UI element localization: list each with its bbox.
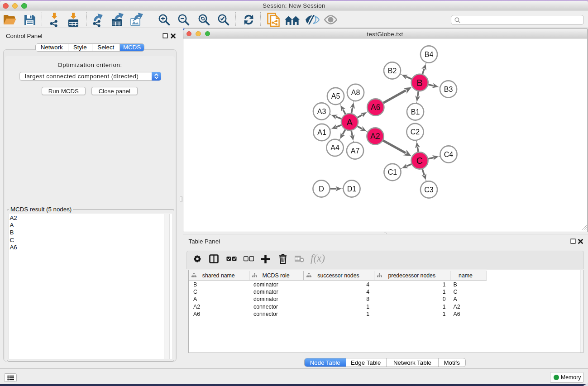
svg-text:C: C <box>416 156 422 166</box>
svg-text:A8: A8 <box>351 89 360 96</box>
svg-text:A: A <box>346 117 353 127</box>
svg-text:C4: C4 <box>444 151 453 158</box>
svg-text:A1: A1 <box>317 129 326 136</box>
svg-text:B1: B1 <box>411 108 420 116</box>
svg-text:D1: D1 <box>347 185 356 193</box>
svg-text:B4: B4 <box>424 51 433 58</box>
svg-text:A4: A4 <box>330 144 339 152</box>
svg-text:A6: A6 <box>371 103 380 112</box>
svg-text:A5: A5 <box>331 92 340 100</box>
svg-text:A2: A2 <box>370 132 380 141</box>
svg-text:C2: C2 <box>410 128 420 136</box>
svg-text:B: B <box>416 78 422 88</box>
svg-text:B2: B2 <box>387 67 397 75</box>
svg-text:B3: B3 <box>444 86 453 93</box>
svg-text:A3: A3 <box>317 108 326 115</box>
svg-text:C1: C1 <box>387 168 397 176</box>
svg-text:A7: A7 <box>350 147 359 155</box>
svg-text:C3: C3 <box>424 186 434 194</box>
svg-text:D: D <box>319 185 324 193</box>
